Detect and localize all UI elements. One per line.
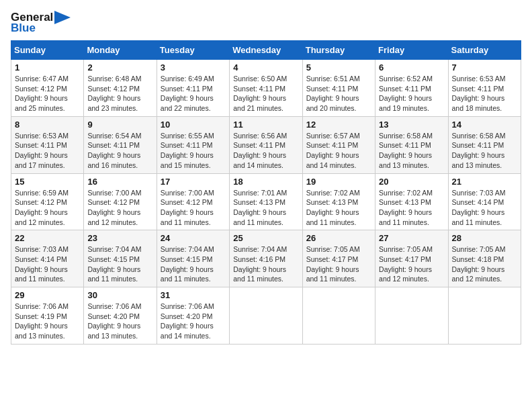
calendar-cell: 15 Sunrise: 6:59 AMSunset: 4:12 PMDaylig… [11, 173, 84, 230]
calendar-cell: 5 Sunrise: 6:51 AMSunset: 4:11 PMDayligh… [302, 60, 375, 117]
svg-marker-0 [54, 11, 71, 24]
calendar-cell [375, 287, 448, 345]
day-number: 25 [233, 233, 298, 243]
day-number: 20 [379, 177, 444, 187]
day-number: 2 [87, 62, 152, 73]
day-number: 29 [15, 290, 80, 300]
day-info: Sunrise: 6:50 AMSunset: 4:11 PMDaylight:… [233, 74, 298, 113]
calendar-cell: 24 Sunrise: 7:04 AMSunset: 4:15 PMDaylig… [157, 230, 229, 287]
day-info: Sunrise: 6:58 AMSunset: 4:11 PMDaylight:… [379, 131, 444, 171]
day-info: Sunrise: 7:04 AMSunset: 4:16 PMDaylight:… [233, 244, 298, 284]
calendar-cell: 22 Sunrise: 7:03 AMSunset: 4:14 PMDaylig… [11, 230, 84, 287]
day-info: Sunrise: 7:06 AMSunset: 4:20 PMDaylight:… [87, 302, 152, 341]
day-number: 24 [161, 233, 226, 243]
calendar-cell: 2 Sunrise: 6:48 AMSunset: 4:12 PMDayligh… [84, 60, 157, 117]
day-info: Sunrise: 6:49 AMSunset: 4:11 PMDaylight:… [161, 74, 226, 113]
day-info: Sunrise: 7:01 AMSunset: 4:13 PMDaylight:… [233, 188, 298, 228]
calendar-cell: 31 Sunrise: 7:06 AMSunset: 4:20 PMDaylig… [157, 287, 229, 345]
logo-blue: Blue [11, 21, 36, 35]
day-info: Sunrise: 7:03 AMSunset: 4:14 PMDaylight:… [452, 188, 517, 228]
calendar-header-row: SundayMondayTuesdayWednesdayThursdayFrid… [11, 41, 521, 60]
day-number: 11 [233, 120, 298, 130]
day-number: 1 [15, 62, 80, 73]
day-header-monday: Monday [84, 41, 157, 60]
day-number: 14 [452, 120, 517, 130]
day-number: 19 [306, 177, 371, 187]
day-info: Sunrise: 7:05 AMSunset: 4:18 PMDaylight:… [452, 244, 517, 284]
day-header-tuesday: Tuesday [157, 41, 229, 60]
calendar-cell: 20 Sunrise: 7:02 AMSunset: 4:13 PMDaylig… [375, 173, 448, 230]
calendar-cell: 23 Sunrise: 7:04 AMSunset: 4:15 PMDaylig… [84, 230, 157, 287]
calendar-table: SundayMondayTuesdayWednesdayThursdayFrid… [11, 40, 521, 345]
day-number: 7 [452, 62, 517, 73]
calendar-cell: 8 Sunrise: 6:53 AMSunset: 4:11 PMDayligh… [11, 116, 84, 173]
calendar-cell: 9 Sunrise: 6:54 AMSunset: 4:11 PMDayligh… [84, 116, 157, 173]
calendar-cell: 29 Sunrise: 7:06 AMSunset: 4:19 PMDaylig… [11, 287, 84, 345]
day-number: 22 [15, 233, 80, 243]
calendar-week-5: 29 Sunrise: 7:06 AMSunset: 4:19 PMDaylig… [11, 287, 521, 345]
logo-triangle [54, 11, 71, 24]
calendar-cell: 3 Sunrise: 6:49 AMSunset: 4:11 PMDayligh… [157, 60, 229, 117]
calendar-cell [302, 287, 375, 345]
day-number: 8 [15, 120, 80, 130]
day-info: Sunrise: 6:47 AMSunset: 4:12 PMDaylight:… [15, 74, 80, 113]
day-header-friday: Friday [375, 41, 448, 60]
calendar-cell: 4 Sunrise: 6:50 AMSunset: 4:11 PMDayligh… [230, 60, 302, 117]
day-info: Sunrise: 6:54 AMSunset: 4:11 PMDaylight:… [87, 131, 152, 171]
calendar-cell: 1 Sunrise: 6:47 AMSunset: 4:12 PMDayligh… [11, 60, 84, 117]
day-number: 16 [87, 177, 152, 187]
day-info: Sunrise: 7:04 AMSunset: 4:15 PMDaylight:… [87, 244, 152, 284]
day-header-wednesday: Wednesday [230, 41, 302, 60]
day-header-thursday: Thursday [302, 41, 375, 60]
day-number: 18 [233, 177, 298, 187]
day-number: 27 [379, 233, 444, 243]
day-info: Sunrise: 7:03 AMSunset: 4:14 PMDaylight:… [15, 244, 80, 284]
calendar-cell: 26 Sunrise: 7:05 AMSunset: 4:17 PMDaylig… [302, 230, 375, 287]
calendar-cell: 25 Sunrise: 7:04 AMSunset: 4:16 PMDaylig… [230, 230, 302, 287]
calendar-cell: 6 Sunrise: 6:52 AMSunset: 4:11 PMDayligh… [375, 60, 448, 117]
calendar-cell: 16 Sunrise: 7:00 AMSunset: 4:12 PMDaylig… [84, 173, 157, 230]
calendar-cell: 28 Sunrise: 7:05 AMSunset: 4:18 PMDaylig… [448, 230, 521, 287]
day-info: Sunrise: 6:52 AMSunset: 4:11 PMDaylight:… [379, 74, 444, 113]
calendar-cell: 27 Sunrise: 7:05 AMSunset: 4:17 PMDaylig… [375, 230, 448, 287]
day-info: Sunrise: 7:06 AMSunset: 4:19 PMDaylight:… [15, 302, 80, 341]
day-number: 23 [87, 233, 152, 243]
day-number: 13 [379, 120, 444, 130]
day-info: Sunrise: 7:02 AMSunset: 4:13 PMDaylight:… [306, 188, 371, 228]
day-number: 17 [161, 177, 226, 187]
day-info: Sunrise: 7:00 AMSunset: 4:12 PMDaylight:… [87, 188, 152, 228]
calendar-cell: 7 Sunrise: 6:53 AMSunset: 4:11 PMDayligh… [448, 60, 521, 117]
day-info: Sunrise: 7:04 AMSunset: 4:15 PMDaylight:… [161, 244, 226, 284]
calendar-week-4: 22 Sunrise: 7:03 AMSunset: 4:14 PMDaylig… [11, 230, 521, 287]
calendar-cell: 17 Sunrise: 7:00 AMSunset: 4:12 PMDaylig… [157, 173, 229, 230]
day-number: 28 [452, 233, 517, 243]
day-info: Sunrise: 7:00 AMSunset: 4:12 PMDaylight:… [161, 188, 226, 228]
day-info: Sunrise: 7:05 AMSunset: 4:17 PMDaylight:… [379, 244, 444, 284]
calendar-cell: 13 Sunrise: 6:58 AMSunset: 4:11 PMDaylig… [375, 116, 448, 173]
calendar-cell: 18 Sunrise: 7:01 AMSunset: 4:13 PMDaylig… [230, 173, 302, 230]
day-number: 9 [87, 120, 152, 130]
page-header: General Blue [11, 11, 521, 35]
day-info: Sunrise: 6:55 AMSunset: 4:11 PMDaylight:… [161, 131, 226, 171]
day-number: 3 [161, 62, 226, 73]
calendar-cell: 14 Sunrise: 6:58 AMSunset: 4:11 PMDaylig… [448, 116, 521, 173]
calendar-week-2: 8 Sunrise: 6:53 AMSunset: 4:11 PMDayligh… [11, 116, 521, 173]
day-number: 30 [87, 290, 152, 300]
day-info: Sunrise: 6:48 AMSunset: 4:12 PMDaylight:… [87, 74, 152, 113]
day-header-sunday: Sunday [11, 41, 84, 60]
calendar-cell: 10 Sunrise: 6:55 AMSunset: 4:11 PMDaylig… [157, 116, 229, 173]
day-number: 21 [452, 177, 517, 187]
day-number: 12 [306, 120, 371, 130]
calendar-cell: 30 Sunrise: 7:06 AMSunset: 4:20 PMDaylig… [84, 287, 157, 345]
day-info: Sunrise: 6:59 AMSunset: 4:12 PMDaylight:… [15, 188, 80, 228]
day-info: Sunrise: 6:51 AMSunset: 4:11 PMDaylight:… [306, 74, 371, 113]
day-number: 6 [379, 62, 444, 73]
calendar-week-1: 1 Sunrise: 6:47 AMSunset: 4:12 PMDayligh… [11, 60, 521, 117]
day-info: Sunrise: 6:58 AMSunset: 4:11 PMDaylight:… [452, 131, 517, 171]
day-info: Sunrise: 6:53 AMSunset: 4:11 PMDaylight:… [452, 74, 517, 113]
logo: General Blue [11, 11, 71, 35]
calendar-week-3: 15 Sunrise: 6:59 AMSunset: 4:12 PMDaylig… [11, 173, 521, 230]
calendar-cell: 11 Sunrise: 6:56 AMSunset: 4:11 PMDaylig… [230, 116, 302, 173]
day-number: 26 [306, 233, 371, 243]
day-number: 5 [306, 62, 371, 73]
